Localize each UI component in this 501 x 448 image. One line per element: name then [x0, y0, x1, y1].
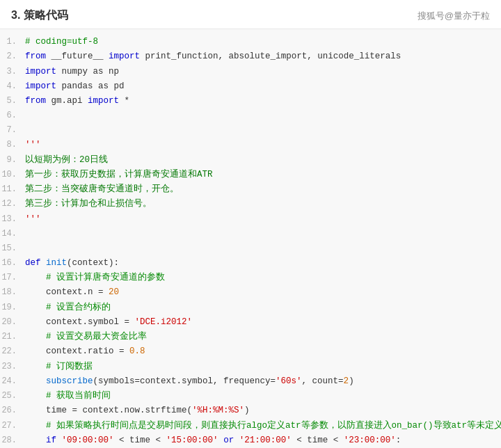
table-row: 22. context.ratio = 0.8: [0, 344, 501, 359]
table-row: 3.import numpy as np: [0, 65, 501, 79]
line-content: from __future__ import print_function, a…: [25, 49, 501, 64]
table-row: 14.: [0, 227, 501, 241]
line-content: ''': [25, 138, 501, 152]
table-row: 24. subscribe(symbols=context.symbol, fr…: [0, 374, 501, 389]
line-content: subscribe(symbols=context.symbol, freque…: [25, 374, 501, 389]
table-row: 25. # 获取当前时间: [0, 389, 501, 403]
line-content: ''': [25, 212, 501, 227]
table-row: 17. # 设置计算唐奇安通道的参数: [0, 271, 501, 285]
line-number: 28.: [0, 433, 25, 447]
line-number: 15.: [0, 241, 25, 255]
line-content: context.n = 20: [25, 285, 501, 300]
page-title: 3. 策略代码: [11, 8, 68, 23]
table-row: 11.第二步：当突破唐奇安通道时，开仓。: [0, 182, 501, 197]
table-row: 12.第三步：计算加仓和止损信号。: [0, 197, 501, 211]
line-number: 19.: [0, 301, 25, 314]
code-block: 1.# coding=utf-82.from __future__ import…: [0, 29, 501, 448]
table-row: 28. if '09:00:00' < time < '15:00:00' or…: [0, 433, 501, 448]
table-row: 26. time = context.now.strftime('%H:%M:%…: [0, 403, 501, 418]
line-number: 22.: [0, 344, 25, 358]
line-number: 27.: [0, 419, 25, 433]
table-row: 2.from __future__ import print_function,…: [0, 49, 501, 64]
line-number: 2.: [0, 49, 25, 63]
table-row: 27. # 如果策略执行时间点是交易时间段，则直接执行algo定义atr等参数，…: [0, 419, 501, 433]
line-number: 18.: [0, 285, 25, 299]
header-watermark: 搜狐号@量亦于粒: [418, 10, 490, 22]
line-number: 5.: [0, 94, 25, 108]
line-content: time = context.now.strftime('%H:%M:%S'): [25, 403, 501, 418]
line-number: 23.: [0, 360, 25, 374]
table-row: 9.以短期为例：20日线: [0, 153, 501, 168]
line-content: # 设置合约标的: [25, 301, 501, 315]
line-number: 9.: [0, 153, 25, 167]
line-content: # 设置计算唐奇安通道的参数: [25, 271, 501, 285]
line-content: from gm.api import *: [25, 94, 501, 109]
line-content: # 获取当前时间: [25, 389, 501, 403]
line-content: # coding=utf-8: [25, 35, 501, 49]
table-row: 18. context.n = 20: [0, 285, 501, 300]
line-number: 16.: [0, 256, 25, 270]
line-number: 24.: [0, 374, 25, 388]
line-content: import numpy as np: [25, 65, 501, 79]
line-number: 13.: [0, 212, 25, 226]
table-row: 15.: [0, 241, 501, 256]
header: 3. 策略代码 搜狐号@量亦于粒: [0, 0, 501, 29]
line-content: if '09:00:00' < time < '15:00:00' or '21…: [25, 433, 501, 448]
line-number: 1.: [0, 35, 25, 49]
table-row: 4.import pandas as pd: [0, 79, 501, 94]
line-number: 4.: [0, 79, 25, 93]
table-row: 5.from gm.api import *: [0, 94, 501, 109]
line-number: 14.: [0, 227, 25, 241]
table-row: 10.第一步：获取历史数据，计算唐奇安通道和ATR: [0, 168, 501, 182]
line-number: 3.: [0, 65, 25, 79]
line-number: 21.: [0, 330, 25, 344]
line-content: def init(context):: [25, 256, 501, 271]
table-row: 8.''': [0, 138, 501, 152]
table-row: 19. # 设置合约标的: [0, 301, 501, 315]
table-row: 20. context.symbol = 'DCE.i2012': [0, 315, 501, 330]
table-row: 13.''': [0, 212, 501, 227]
table-row: 21. # 设置交易最大资金比率: [0, 330, 501, 344]
line-number: 8.: [0, 138, 25, 152]
table-row: 16.def init(context):: [0, 256, 501, 271]
line-content: 第一步：获取历史数据，计算唐奇安通道和ATR: [25, 168, 501, 182]
line-number: 25.: [0, 389, 25, 403]
line-number: 11.: [0, 182, 25, 196]
table-row: 6.: [0, 109, 501, 123]
line-content: # 如果策略执行时间点是交易时间段，则直接执行algo定义atr等参数，以防直接…: [25, 419, 501, 433]
table-row: 23. # 订阅数据: [0, 360, 501, 374]
line-number: 6.: [0, 109, 25, 122]
line-number: 7.: [0, 123, 25, 137]
line-content: 以短期为例：20日线: [25, 153, 501, 168]
line-content: 第二步：当突破唐奇安通道时，开仓。: [25, 182, 501, 197]
line-number: 12.: [0, 197, 25, 211]
line-content: import pandas as pd: [25, 79, 501, 94]
line-number: 17.: [0, 271, 25, 285]
line-number: 10.: [0, 168, 25, 182]
table-row: 1.# coding=utf-8: [0, 35, 501, 49]
line-content: context.ratio = 0.8: [25, 344, 501, 359]
table-row: 7.: [0, 123, 501, 138]
line-number: 20.: [0, 315, 25, 329]
line-number: 26.: [0, 403, 25, 417]
line-content: # 设置交易最大资金比率: [25, 330, 501, 344]
page-container: 3. 策略代码 搜狐号@量亦于粒 1.# coding=utf-82.from …: [0, 0, 501, 448]
line-content: 第三步：计算加仓和止损信号。: [25, 197, 501, 211]
line-content: # 订阅数据: [25, 360, 501, 374]
line-content: context.symbol = 'DCE.i2012': [25, 315, 501, 330]
